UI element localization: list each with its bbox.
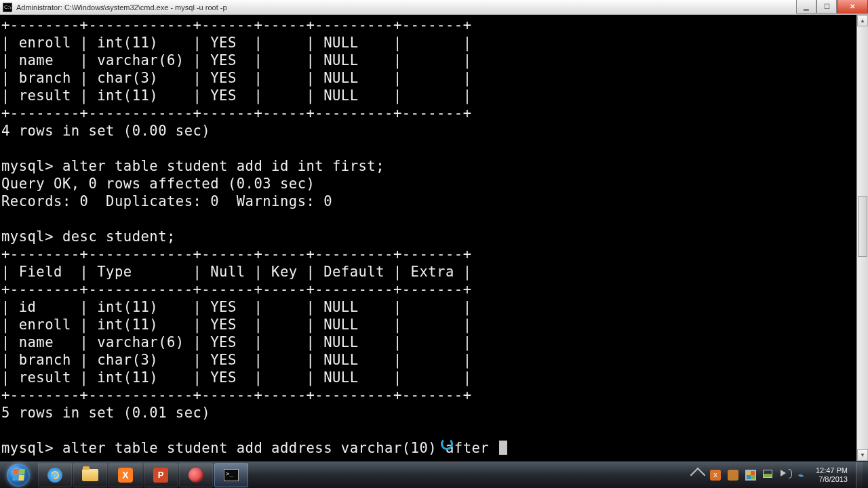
minimize-button[interactable] <box>796 0 816 14</box>
table1-summary: 4 rows in set (0.00 sec) <box>1 123 210 139</box>
query-ok-line: Query OK, 0 rows affected (0.03 sec) <box>1 176 315 192</box>
text-cursor <box>499 441 507 455</box>
taskbar-item-explorer[interactable] <box>73 463 107 487</box>
maximize-button[interactable] <box>816 0 837 14</box>
folder-icon <box>82 469 98 481</box>
taskbar-item-recorder[interactable] <box>179 463 213 487</box>
action-center-icon[interactable] <box>745 470 756 481</box>
clock-date: 7/8/2013 <box>816 475 848 484</box>
window-title: Administrator: C:\Windows\system32\cmd.e… <box>16 3 227 12</box>
table1-row-branch: | branch | char(3) | YES | | NULL | | <box>1 70 471 86</box>
records-line: Records: 0 Duplicates: 0 Warnings: 0 <box>1 193 332 209</box>
windows-orb-icon <box>7 464 30 487</box>
cmd-sysmenu-icon[interactable]: C:\ <box>3 3 12 12</box>
table1-row-name: | name | varchar(6) | YES | | NULL | | <box>1 52 471 68</box>
app-tray-icon[interactable] <box>728 470 738 481</box>
taskbar-item-powerpoint[interactable]: P <box>144 463 178 487</box>
table2-row-enroll: | enroll | int(11) | YES | | NULL | | <box>1 317 471 333</box>
scroll-thumb[interactable] <box>858 196 867 257</box>
sql-command-desc: mysql> desc student; <box>1 228 176 245</box>
taskbar-item-ie[interactable] <box>38 463 72 487</box>
network-icon[interactable] <box>763 470 774 481</box>
scroll-track[interactable] <box>857 26 868 449</box>
table2-header: | Field | Type | Null | Key | Default | … <box>1 264 471 280</box>
xampp-tray-icon[interactable]: X <box>710 470 721 481</box>
table1-border-bottom: +--------+------------+------+-----+----… <box>1 105 471 121</box>
show-hidden-icons-button[interactable] <box>690 467 706 483</box>
table2-border-top: +--------+------------+------+-----+----… <box>1 246 471 262</box>
sql-command-current: mysql> alter table student add address v… <box>1 440 489 456</box>
system-tray[interactable]: X ⌁ 12:47 PM 7/8/2013 <box>687 462 868 488</box>
record-icon <box>189 468 203 483</box>
scroll-down-button[interactable]: ▼ <box>857 449 868 461</box>
taskbar[interactable]: X P X ⌁ 12:47 PM 7/8/2013 <box>0 461 868 488</box>
cmd-icon <box>224 469 239 481</box>
table2-row-name: | name | varchar(6) | YES | | NULL | | <box>1 334 471 350</box>
taskbar-item-cmd[interactable] <box>214 463 248 487</box>
terminal-output[interactable]: +--------+------------+------+-----+----… <box>0 15 856 461</box>
table1-row-enroll: | enroll | int(11) | YES | | NULL | | <box>1 35 471 51</box>
bluetooth-icon[interactable]: ⌁ <box>798 470 809 481</box>
xampp-icon: X <box>118 468 133 483</box>
start-button[interactable] <box>0 462 37 488</box>
clock[interactable]: 12:47 PM 7/8/2013 <box>816 466 849 484</box>
taskbar-item-xampp[interactable]: X <box>108 463 142 487</box>
powerpoint-icon: P <box>153 468 168 483</box>
sql-command-alter-add-id: mysql> alter table student add id int fi… <box>1 158 384 174</box>
close-button[interactable] <box>837 0 868 14</box>
titlebar[interactable]: C:\ Administrator: C:\Windows\system32\c… <box>0 0 868 15</box>
table2-summary: 5 rows in set (0.01 sec) <box>1 405 210 421</box>
volume-icon[interactable] <box>781 470 791 481</box>
table1-row-result: | result | int(11) | YES | | NULL | | <box>1 87 471 104</box>
scroll-up-button[interactable]: ▲ <box>857 15 868 26</box>
vertical-scrollbar[interactable]: ▲ ▼ <box>856 15 868 461</box>
show-desktop-button[interactable] <box>856 462 863 488</box>
internet-explorer-icon <box>47 468 62 483</box>
table2-border-bottom: +--------+------------+------+-----+----… <box>1 387 471 403</box>
table2-row-branch: | branch | char(3) | YES | | NULL | | <box>1 352 471 368</box>
table2-border-mid: +--------+------------+------+-----+----… <box>1 281 471 298</box>
clock-time: 12:47 PM <box>816 466 848 475</box>
table1-border-top: +--------+------------+------+-----+----… <box>1 17 471 33</box>
table2-row-id: | id | int(11) | YES | | NULL | | <box>1 299 471 315</box>
cmd-window: C:\ Administrator: C:\Windows\system32\c… <box>0 0 868 461</box>
table2-row-result: | result | int(11) | YES | | NULL | | <box>1 369 471 386</box>
